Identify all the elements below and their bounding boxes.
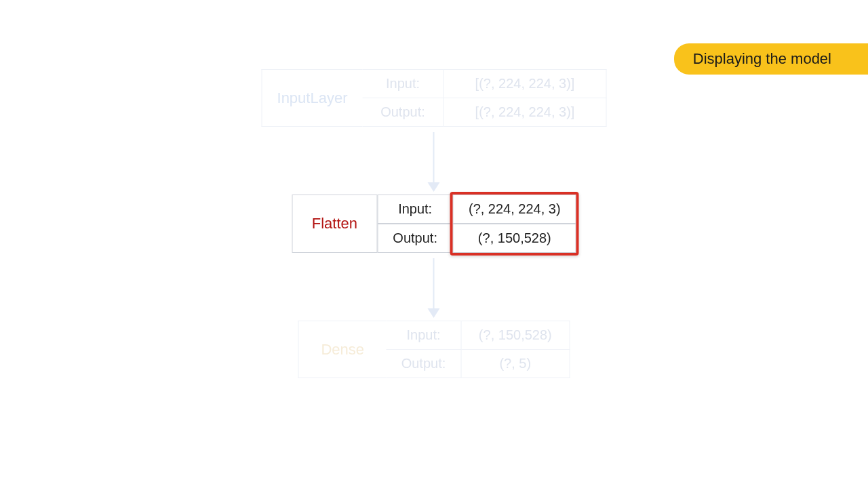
layer-flatten: Flatten Input: (?, 224, 224, 3) Output: … bbox=[292, 195, 576, 253]
model-diagram: InputLayer Input: [(?, 224, 224, 3)] Out… bbox=[262, 69, 607, 378]
output-label: Output: bbox=[387, 349, 462, 378]
input-label: Input: bbox=[387, 321, 462, 349]
layer-name: InputLayer bbox=[262, 69, 363, 127]
title-badge-text: Displaying the model bbox=[693, 50, 831, 67]
layer-name: Flatten bbox=[292, 195, 377, 253]
arrow-down-icon bbox=[433, 258, 435, 311]
layer-dense: Dense Input: (?, 150,528) Output: (?, 5) bbox=[298, 321, 570, 378]
input-shape: [(?, 224, 224, 3)] bbox=[443, 69, 606, 98]
output-label: Output: bbox=[362, 98, 443, 127]
layer-io-grid: Input: [(?, 224, 224, 3)] Output: [(?, 2… bbox=[362, 69, 606, 127]
title-badge: Displaying the model bbox=[674, 43, 868, 75]
input-shape: (?, 150,528) bbox=[461, 321, 570, 349]
output-shape: (?, 5) bbox=[461, 349, 570, 378]
input-shape: (?, 224, 224, 3) bbox=[453, 195, 576, 224]
output-shape: (?, 150,528) bbox=[453, 224, 576, 253]
layer-io-grid: Input: (?, 150,528) Output: (?, 5) bbox=[387, 321, 570, 378]
layer-io-grid: Input: (?, 224, 224, 3) Output: (?, 150,… bbox=[377, 195, 576, 253]
input-label: Input: bbox=[362, 69, 443, 98]
arrow-down-icon bbox=[433, 132, 435, 185]
output-label: Output: bbox=[377, 224, 453, 253]
layer-name: Dense bbox=[298, 321, 387, 378]
output-shape: [(?, 224, 224, 3)] bbox=[443, 98, 606, 127]
input-label: Input: bbox=[377, 195, 453, 224]
layer-inputlayer: InputLayer Input: [(?, 224, 224, 3)] Out… bbox=[262, 69, 607, 127]
